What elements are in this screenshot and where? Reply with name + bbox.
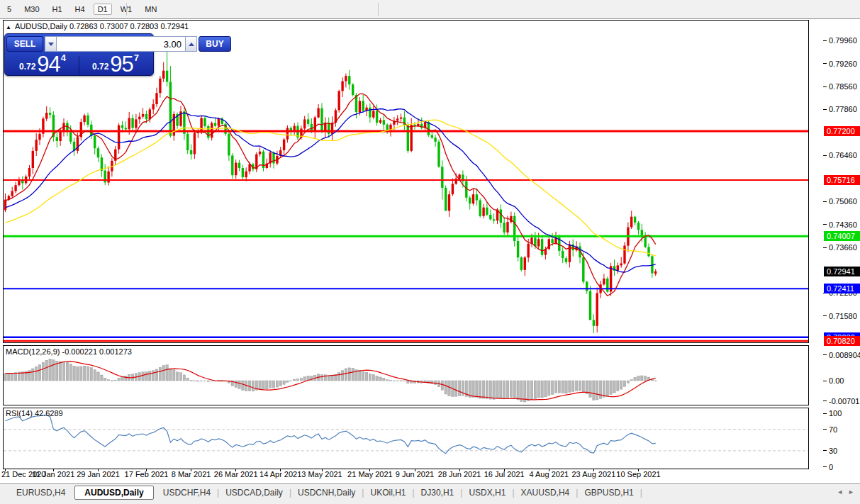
buy-button[interactable]: BUY <box>199 36 231 52</box>
triangle-up-icon <box>189 43 194 46</box>
sell-button[interactable]: SELL <box>6 36 43 52</box>
timeframe-button-mn[interactable]: MN <box>140 4 161 15</box>
sell-price-prefix: 0.72 <box>19 62 35 73</box>
chart-tab-bar: EURUSD,H4AUDUSD,DailyUSDCHF,H4|USDCAD,Da… <box>0 483 860 504</box>
volume-decrease-button[interactable] <box>45 36 57 52</box>
volume-input[interactable] <box>57 36 185 52</box>
tab-audusd-daily[interactable]: AUDUSD,Daily <box>74 486 153 500</box>
timeframe-toolbar: 5M30H1H4D1W1MN <box>0 0 860 19</box>
tab-separator: | <box>640 488 642 498</box>
one-click-trading-panel: SELL BUY 0.72944 0.72957 <box>4 33 154 76</box>
buy-price-big: 95 <box>110 55 133 73</box>
volume-stepper <box>45 36 197 52</box>
timeframe-button-5[interactable]: 5 <box>3 4 16 15</box>
buy-price[interactable]: 0.72957 <box>80 53 151 75</box>
sell-price-sup: 4 <box>61 53 66 73</box>
tab-usdcnh-daily[interactable]: USDCNH,Daily <box>291 486 362 499</box>
rsi-indicator-label: RSI(14) 42.6289 <box>6 409 63 418</box>
sell-price-big: 94 <box>37 55 60 73</box>
collapse-arrow-icon[interactable]: ▲ <box>6 24 11 30</box>
volume-increase-button[interactable] <box>185 36 197 52</box>
tab-ukoil-h1[interactable]: UKOil,H1 <box>364 486 412 499</box>
buy-price-sup: 7 <box>134 53 139 73</box>
buy-price-prefix: 0.72 <box>92 62 108 73</box>
tab-dj30-h1[interactable]: DJ30,H1 <box>415 486 461 499</box>
toolbar-separator <box>378 3 379 16</box>
price-divider <box>79 56 79 75</box>
tab-gbpusd-h1[interactable]: GBPUSD,H1 <box>578 486 640 499</box>
macd-indicator-label: MACD(12,26,9) -0.000221 0.001273 <box>6 347 132 356</box>
tab-xauusd-h4[interactable]: XAUUSD,H4 <box>515 486 576 499</box>
timeframe-button-d1[interactable]: D1 <box>94 4 112 15</box>
triangle-down-icon <box>48 43 54 46</box>
tab-scroll-right-icon[interactable]: ► <box>848 488 854 495</box>
timeframe-button-h1[interactable]: H1 <box>48 4 67 15</box>
tab-eurusd-h4[interactable]: EURUSD,H4 <box>10 486 72 499</box>
ohlc-values: 0.72863 0.73007 0.72803 0.72941 <box>69 22 189 30</box>
tab-scroll-left-icon[interactable]: ◄ <box>837 488 843 495</box>
tab-usdchf-h4[interactable]: USDCHF,H4 <box>157 486 217 499</box>
toolbar-separator <box>126 3 127 16</box>
chart-title: ▲AUDUSD,Daily 0.72863 0.73007 0.72803 0.… <box>6 22 189 30</box>
sell-price[interactable]: 0.72944 <box>7 53 78 75</box>
tab-usdx-h1[interactable]: USDX,H1 <box>462 486 512 499</box>
timeframe-button-m30[interactable]: M30 <box>20 4 43 15</box>
tab-usdcad-daily[interactable]: USDCAD,Daily <box>219 486 289 499</box>
symbol-period-label: AUDUSD,Daily <box>15 22 67 30</box>
timeframe-button-h4[interactable]: H4 <box>71 4 89 15</box>
